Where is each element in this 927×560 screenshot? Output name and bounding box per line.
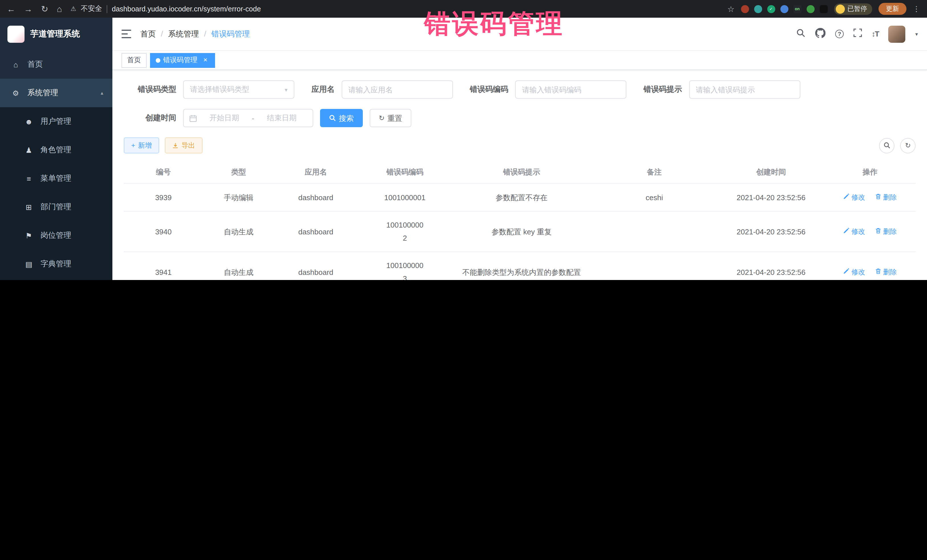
- user-avatar[interactable]: [889, 25, 906, 42]
- address-bar[interactable]: ⚠ 不安全 dashboard.yudao.iocoder.cn/system/…: [70, 4, 721, 14]
- sidebar-item-notices[interactable]: ✉ 通知公告: [0, 278, 112, 280]
- app-name-input[interactable]: [342, 80, 453, 99]
- table-row-3940: 3940 自动生成 dashboard 100100000 2 参数配置 key…: [124, 211, 916, 252]
- browser-chrome: ← → ↻ ⌂ ⚠ 不安全 dashboard.yudao.iocoder.cn…: [0, 0, 927, 18]
- cell-app: dashboard: [274, 211, 357, 252]
- date-separator: -: [252, 114, 254, 122]
- sidebar-item-roles[interactable]: ♟ 角色管理: [0, 136, 112, 164]
- error-hint-input[interactable]: [689, 80, 800, 99]
- profile-paused-badge[interactable]: 已暂停: [834, 3, 872, 15]
- column-header-message: 错误码提示: [452, 161, 591, 183]
- forward-icon[interactable]: →: [24, 5, 32, 13]
- font-size-icon[interactable]: ↕T: [872, 30, 879, 38]
- role-icon: ♟: [24, 146, 33, 154]
- browser-update-button[interactable]: 更新: [878, 3, 906, 15]
- tab-error-code[interactable]: 错误码管理 ×: [150, 53, 215, 68]
- search-button[interactable]: 搜索: [320, 109, 363, 127]
- cell-actions: 修改 删除: [825, 252, 916, 280]
- edit-link[interactable]: 修改: [843, 225, 865, 238]
- search-icon[interactable]: [796, 28, 805, 39]
- filter-row-1: 错误码类型 请选择错误码类型 ▾ 应用名 错误码编码: [124, 80, 916, 99]
- cell-type: 自动生成: [203, 211, 274, 252]
- column-header-code: 错误码编码: [357, 161, 452, 183]
- logo-image: [8, 25, 24, 42]
- help-icon[interactable]: ?: [835, 30, 844, 38]
- table-row-3941: 3941 自动生成 dashboard 100100000 3 不能删除类型为系…: [124, 252, 916, 280]
- cell-remark: [591, 252, 718, 280]
- sidebar-item-dicts[interactable]: ▤ 字典管理: [0, 250, 112, 278]
- date-range-picker[interactable]: 开始日期 - 结束日期: [183, 109, 313, 127]
- extensions-bar: ✓on: [741, 5, 827, 13]
- filter-label: 错误码提示: [643, 84, 689, 95]
- cell-code: 100100000 3: [357, 252, 452, 280]
- show-search-button[interactable]: [879, 138, 895, 153]
- extension-icon-3[interactable]: ✓: [767, 5, 775, 13]
- tab-home-label: 首页: [127, 55, 141, 65]
- breadcrumb-separator: /: [161, 30, 163, 38]
- edit-link[interactable]: 修改: [843, 266, 865, 279]
- chevron-up-icon: ▴: [101, 90, 103, 96]
- extension-icon-1[interactable]: [741, 5, 749, 13]
- column-header-app: 应用名: [274, 161, 357, 183]
- edit-icon: [843, 225, 850, 238]
- end-date-placeholder: 结束日期: [257, 113, 307, 123]
- extension-icon-6[interactable]: [806, 5, 815, 13]
- error-type-select[interactable]: 请选择错误码类型 ▾: [183, 80, 294, 99]
- home-icon[interactable]: ⌂: [57, 5, 62, 13]
- column-header-remark: 备注: [591, 161, 718, 183]
- error-code-table: 编号 类型 应用名 错误码编码 错误码提示 备注 创建时间 操作 3939 手动…: [124, 161, 916, 280]
- page-content: 错误码类型 请选择错误码类型 ▾ 应用名 错误码编码: [112, 70, 927, 280]
- extension-icon-7[interactable]: [819, 5, 827, 13]
- browser-nav: ← → ↻ ⌂: [7, 5, 62, 13]
- top-navbar: 首页 / 系统管理 / 错误码管理 ?: [112, 18, 927, 51]
- hamburger-icon[interactable]: [122, 30, 131, 38]
- edit-link[interactable]: 修改: [843, 191, 865, 204]
- filter-app-name: 应用名: [312, 80, 453, 99]
- delete-link[interactable]: 删除: [875, 225, 897, 238]
- sidebar: 芋道管理系统 ⌂ 首页 ⚙ 系统管理 ▴ ☻ 用户管理 ♟ 角色管理 ≡ 菜单管…: [0, 18, 112, 280]
- sidebar-item-system[interactable]: ⚙ 系统管理 ▴: [0, 79, 112, 107]
- sidebar-item-menus[interactable]: ≡ 菜单管理: [0, 164, 112, 193]
- column-header-actions: 操作: [825, 161, 916, 183]
- table-row-3939: 3939 手动编辑 dashboard 1001000001 参数配置不存在 c…: [124, 183, 916, 211]
- search-icon: [329, 115, 336, 121]
- cell-created: 2021-04-20 23:52:56: [718, 211, 825, 252]
- refresh-table-button[interactable]: ↻: [900, 138, 916, 153]
- breadcrumb-home[interactable]: 首页: [140, 29, 156, 39]
- extension-icon-4[interactable]: [780, 5, 788, 13]
- add-button[interactable]: + 新增: [124, 137, 159, 153]
- column-header-id: 编号: [124, 161, 203, 183]
- close-icon[interactable]: ×: [201, 56, 209, 64]
- extension-icon-2[interactable]: [754, 5, 762, 13]
- breadcrumb-system[interactable]: 系统管理: [168, 29, 199, 39]
- app-logo[interactable]: 芋道管理系统: [0, 18, 112, 50]
- fullscreen-icon[interactable]: [853, 29, 862, 39]
- bookmark-star-icon[interactable]: ☆: [727, 5, 734, 13]
- chevron-down-icon[interactable]: ▾: [915, 31, 918, 37]
- reload-icon[interactable]: ↻: [41, 5, 48, 13]
- cell-message: 不能删除类型为系统内置的参数配置: [452, 252, 591, 280]
- sidebar-item-users[interactable]: ☻ 用户管理: [0, 107, 112, 136]
- reset-button[interactable]: ↻ 重置: [370, 109, 411, 127]
- chrome-menu-icon[interactable]: ⋮: [913, 5, 920, 12]
- paused-label: 已暂停: [847, 5, 867, 13]
- delete-link[interactable]: 删除: [875, 266, 897, 279]
- extension-icon-5[interactable]: on: [793, 5, 801, 13]
- trash-icon: [875, 266, 881, 279]
- edit-icon: [843, 266, 850, 279]
- sidebar-item-posts[interactable]: ⚑ 岗位管理: [0, 221, 112, 250]
- breadcrumb-current: 错误码管理: [211, 29, 250, 39]
- filter-row-2: 创建时间 开始日期 - 结束日期: [124, 109, 916, 127]
- tab-home[interactable]: 首页: [122, 53, 147, 68]
- sidebar-item-depts[interactable]: ⊞ 部门管理: [0, 193, 112, 221]
- error-code-input[interactable]: [515, 80, 626, 99]
- screen: ← → ↻ ⌂ ⚠ 不安全 dashboard.yudao.iocoder.cn…: [0, 0, 927, 280]
- cell-id: 3939: [124, 183, 203, 211]
- sidebar-item-home[interactable]: ⌂ 首页: [0, 50, 112, 79]
- not-secure-label: 不安全: [81, 4, 102, 14]
- column-header-created: 创建时间: [718, 161, 825, 183]
- back-icon[interactable]: ←: [7, 5, 15, 13]
- delete-link[interactable]: 删除: [875, 191, 897, 204]
- export-button[interactable]: 导出: [165, 137, 202, 153]
- github-icon[interactable]: [815, 28, 825, 40]
